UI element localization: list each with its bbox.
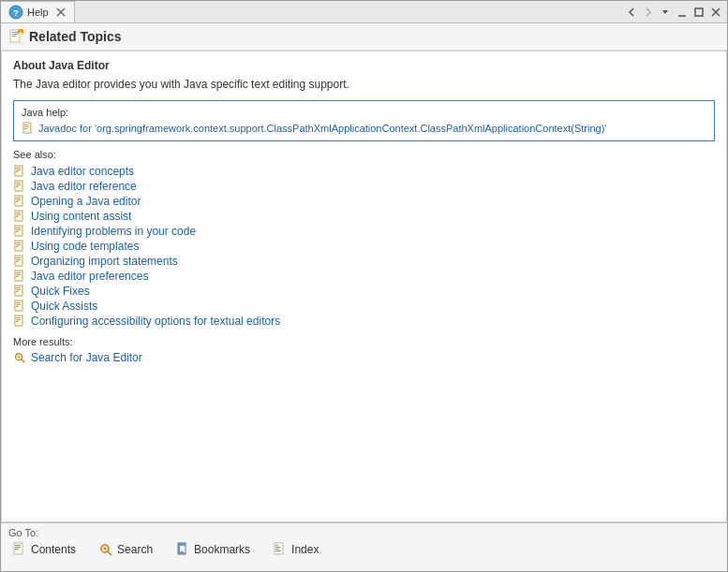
- svg-rect-19: [24, 128, 27, 129]
- nav-forward-button[interactable]: [641, 5, 656, 20]
- topic-link-7[interactable]: Java editor preferences: [31, 270, 148, 283]
- section-description: The Java editor provides you with Java s…: [13, 78, 715, 91]
- svg-rect-26: [16, 184, 21, 185]
- main-content[interactable]: About Java Editor The Java editor provid…: [1, 51, 727, 522]
- bookmarks-button[interactable]: Bookmarks: [171, 540, 254, 559]
- help-tab-close-icon[interactable]: [55, 7, 67, 18]
- page-title-bar: Related Topics: [1, 23, 727, 51]
- topic-doc-icon-6: [13, 255, 26, 268]
- svg-rect-30: [16, 199, 21, 200]
- svg-rect-71: [15, 549, 19, 550]
- topic-link-10[interactable]: Configuring accessibility options for te…: [31, 315, 280, 328]
- topic-link-9[interactable]: Quick Assists: [31, 300, 97, 313]
- contents-button[interactable]: Contents: [8, 540, 80, 559]
- svg-rect-49: [16, 272, 21, 273]
- javadoc-doc-icon: [22, 122, 35, 135]
- svg-line-73: [108, 551, 111, 555]
- java-help-label: Java help:: [22, 107, 706, 118]
- topic-link-5[interactable]: Using code templates: [31, 240, 139, 253]
- list-item: Organizing import statements: [13, 254, 715, 269]
- search-result-item: Search for Java Editor: [13, 351, 715, 364]
- nav-buttons: Contents Search: [1, 540, 727, 565]
- svg-rect-28: [15, 196, 22, 206]
- bookmarks-icon: [175, 542, 190, 557]
- svg-rect-45: [16, 257, 21, 258]
- topic-doc-icon-8: [13, 285, 26, 298]
- topic-doc-icon-9: [13, 300, 26, 313]
- svg-rect-83: [275, 550, 281, 551]
- svg-rect-36: [15, 226, 22, 236]
- page-title: Related Topics: [29, 29, 122, 44]
- see-also-label: See also:: [13, 149, 715, 160]
- svg-rect-46: [16, 259, 21, 260]
- svg-rect-22: [16, 169, 21, 170]
- svg-rect-43: [16, 246, 19, 247]
- related-topics-icon: [8, 29, 23, 44]
- svg-rect-21: [16, 168, 21, 169]
- topic-link-3[interactable]: Using content assist: [31, 210, 131, 223]
- topic-list: Java editor concepts Java editor referen…: [13, 164, 715, 329]
- list-item: Configuring accessibility options for te…: [13, 314, 715, 329]
- svg-rect-47: [16, 261, 19, 262]
- search-button[interactable]: Search: [95, 540, 156, 559]
- topic-doc-icon-10: [13, 315, 26, 328]
- maximize-button[interactable]: [691, 5, 706, 20]
- svg-rect-33: [16, 213, 21, 213]
- svg-rect-56: [15, 301, 22, 311]
- topic-link-0[interactable]: Java editor concepts: [31, 165, 134, 178]
- search-for-java-editor-link[interactable]: Search for Java Editor: [31, 351, 142, 364]
- svg-rect-51: [16, 276, 19, 277]
- help-tab[interactable]: ? Help: [1, 1, 75, 22]
- topic-doc-icon-0: [13, 165, 26, 178]
- dropdown-button[interactable]: [658, 5, 673, 20]
- svg-rect-80: [275, 545, 278, 546]
- svg-rect-31: [16, 201, 19, 202]
- topic-link-1[interactable]: Java editor reference: [31, 180, 137, 193]
- svg-rect-82: [275, 549, 279, 550]
- goto-label: Go To:: [1, 523, 727, 540]
- list-item: Using code templates: [13, 239, 715, 254]
- svg-rect-18: [24, 126, 29, 127]
- topic-link-2[interactable]: Opening a Java editor: [31, 195, 141, 208]
- list-item: Identifying problems in your code: [13, 224, 715, 239]
- bookmarks-label: Bookmarks: [194, 543, 250, 556]
- help-tab-icon: ?: [8, 5, 23, 20]
- svg-marker-4: [662, 10, 668, 14]
- svg-rect-52: [15, 286, 22, 296]
- index-label: Index: [291, 543, 319, 556]
- help-window: ? Help: [0, 0, 728, 572]
- minimize-button[interactable]: [675, 5, 690, 20]
- javadoc-link[interactable]: Javadoc for 'org.springframework.context…: [38, 123, 606, 134]
- svg-rect-81: [275, 547, 280, 548]
- svg-rect-37: [16, 227, 21, 228]
- topic-link-6[interactable]: Organizing import statements: [31, 255, 178, 268]
- index-icon: [273, 542, 288, 557]
- list-item: Quick Fixes: [13, 284, 715, 299]
- svg-rect-12: [12, 36, 16, 37]
- svg-rect-59: [16, 306, 19, 307]
- nav-back-button[interactable]: [624, 5, 639, 20]
- svg-rect-35: [16, 216, 19, 217]
- topic-doc-icon-7: [13, 270, 26, 283]
- svg-rect-70: [15, 547, 21, 548]
- list-item: Java editor reference: [13, 179, 715, 194]
- topic-doc-icon-5: [13, 240, 26, 253]
- svg-rect-17: [24, 125, 29, 125]
- close-button[interactable]: [708, 5, 723, 20]
- svg-rect-16: [23, 123, 31, 133]
- tab-bar: ? Help: [1, 1, 727, 23]
- contents-icon: [12, 542, 27, 557]
- svg-text:?: ?: [13, 8, 19, 18]
- topic-link-4[interactable]: Identifying problems in your code: [31, 225, 196, 238]
- bottom-nav: Go To: Contents: [1, 522, 727, 571]
- svg-rect-55: [16, 291, 19, 292]
- svg-rect-27: [16, 186, 19, 187]
- svg-rect-62: [16, 319, 21, 320]
- svg-rect-38: [16, 229, 21, 230]
- search-result-icon: [13, 351, 26, 364]
- svg-rect-39: [16, 231, 19, 232]
- index-button[interactable]: Index: [269, 540, 322, 559]
- list-item: Java editor preferences: [13, 269, 715, 284]
- svg-rect-6: [695, 8, 703, 16]
- topic-link-8[interactable]: Quick Fixes: [31, 285, 90, 298]
